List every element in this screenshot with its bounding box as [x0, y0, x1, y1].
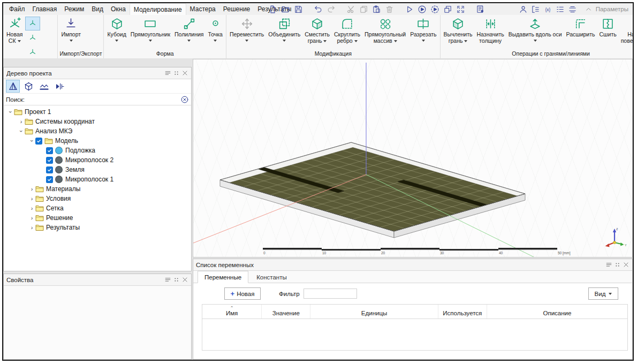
rectangle-button[interactable]: Прямоугольник: [128, 16, 172, 42]
tree-node-0[interactable]: ›Проект 1: [4, 107, 191, 117]
menu-item-3[interactable]: Вид: [88, 3, 107, 15]
redo-icon[interactable]: [327, 5, 336, 14]
tree-node-12[interactable]: ›Результаты: [4, 223, 191, 232]
duplicate-icon[interactable]: [443, 5, 452, 14]
chevron-up-icon[interactable]: [585, 5, 593, 13]
rect-array-button[interactable]: Прямоугольныймассив: [362, 16, 408, 44]
panel-dots-icon[interactable]: [614, 261, 621, 268]
search-input[interactable]: [27, 95, 180, 104]
column-header-4[interactable]: Описание: [487, 305, 627, 318]
run-icon[interactable]: [405, 5, 414, 14]
viewport-3d[interactable]: 01020304050 [mm] Z Y: [193, 59, 633, 257]
offset-face-button[interactable]: Сместитьгрань: [302, 16, 332, 44]
cuboid-button[interactable]: Кубоид: [105, 16, 128, 42]
expand-arrow-icon[interactable]: ›: [17, 128, 26, 135]
tree-node-11[interactable]: ›Решение: [4, 213, 191, 223]
visibility-checkbox[interactable]: [46, 166, 53, 173]
filter-input[interactable]: [304, 289, 357, 299]
panel-menu-icon[interactable]: [164, 70, 171, 77]
point-button[interactable]: Точка: [206, 16, 225, 42]
expand-arrow-icon[interactable]: ›: [28, 194, 35, 203]
column-header-2[interactable]: Единицы: [310, 305, 438, 318]
polyline-button[interactable]: Полилиния: [172, 16, 206, 42]
tab-1[interactable]: Константы: [249, 271, 294, 283]
expand-button[interactable]: Расширить: [564, 16, 597, 38]
tree-node-3[interactable]: ›Модель: [4, 136, 191, 146]
menu-item-6[interactable]: Мастера: [186, 3, 219, 15]
new-variable-button[interactable]: + Новая: [224, 287, 261, 300]
extrude-button[interactable]: Выдавить вдоль оси: [506, 16, 564, 42]
tree-node-10[interactable]: ›Сетка: [4, 203, 191, 213]
cs-variant-button-2[interactable]: [25, 46, 40, 59]
panel-dots-icon[interactable]: [173, 70, 180, 77]
visibility-checkbox[interactable]: [46, 147, 53, 154]
tree-node-9[interactable]: ›Условия: [4, 194, 191, 203]
expand-arrow-icon[interactable]: ›: [6, 109, 16, 116]
open-folder-icon[interactable]: [281, 5, 290, 14]
stitch-button[interactable]: Сшить: [597, 16, 619, 38]
expand-arrow-icon[interactable]: ›: [27, 138, 37, 145]
menu-item-1[interactable]: Главная: [29, 3, 61, 15]
column-header-1[interactable]: Значение: [262, 305, 310, 318]
tree-node-7[interactable]: Микрополосок 1: [4, 175, 191, 184]
menu-item-7[interactable]: Решение: [219, 3, 254, 15]
visibility-checkbox[interactable]: [46, 157, 53, 164]
tree-node-1[interactable]: ›Системы координат: [4, 117, 191, 126]
cut-icon[interactable]: [346, 5, 355, 14]
user-icon[interactable]: [519, 5, 528, 14]
excitation-view-button[interactable]: [37, 80, 51, 93]
tree-list-icon[interactable]: [531, 5, 540, 14]
report-icon[interactable]: [476, 5, 485, 14]
panel-close-icon[interactable]: [623, 261, 630, 268]
fem-analysis-button[interactable]: [6, 80, 20, 93]
run-dashed-icon[interactable]: [430, 5, 439, 14]
new-file-icon[interactable]: [268, 5, 277, 14]
mesh-view-button[interactable]: [21, 80, 35, 93]
visibility-checkbox[interactable]: [46, 176, 53, 183]
cs-variant-button-0[interactable]: [25, 17, 40, 31]
expand-arrow-icon[interactable]: ›: [28, 223, 35, 232]
panel-close-icon[interactable]: [181, 276, 188, 283]
tree-node-2[interactable]: ›Анализ МКЭ: [4, 126, 191, 136]
panel-dots-icon[interactable]: [173, 276, 180, 283]
move-button[interactable]: Переместить: [228, 16, 266, 42]
copy-icon[interactable]: [359, 5, 368, 14]
cs-variant-button-1[interactable]: [25, 31, 40, 45]
menu-item-4[interactable]: Окна: [107, 3, 130, 15]
view-dropdown-button[interactable]: Вид: [588, 287, 618, 300]
panel-close-icon[interactable]: [181, 70, 188, 77]
port-view-button[interactable]: [52, 80, 66, 93]
tree-node-4[interactable]: Подложка: [4, 146, 191, 155]
expand-arrow-icon[interactable]: ›: [28, 213, 35, 223]
menu-item-5[interactable]: Моделирование: [130, 3, 186, 15]
panel-menu-icon[interactable]: [164, 276, 171, 283]
menu-item-2[interactable]: Режим: [60, 3, 88, 15]
expand-arrow-icon[interactable]: ›: [28, 203, 35, 213]
panel-menu-icon[interactable]: [605, 261, 612, 268]
run-circle-icon[interactable]: [418, 5, 427, 14]
expand-arrow-icon[interactable]: ›: [18, 117, 25, 126]
expand-arrow-icon[interactable]: ›: [28, 184, 35, 194]
fillet-button[interactable]: Скруглитьребро: [332, 16, 362, 44]
column-header-0[interactable]: ⌃Имя: [202, 305, 262, 318]
extract-face-button[interactable]: Вычленитьгрань: [442, 16, 475, 44]
variables-table-body[interactable]: [202, 319, 627, 350]
tree-node-8[interactable]: ›Материалы: [4, 184, 191, 194]
tree-node-6[interactable]: Земля: [4, 165, 191, 175]
fullscreen-icon[interactable]: [456, 5, 465, 14]
tree-node-5[interactable]: Микрополосок 2: [4, 155, 191, 165]
columns-icon[interactable]: [568, 5, 577, 14]
list-icon[interactable]: [556, 5, 565, 14]
new-cs-button[interactable]: НоваяСК: [4, 16, 25, 44]
variables-x-icon[interactable]: {x}: [543, 5, 552, 14]
thickness-button[interactable]: Назначитьтолщину: [475, 16, 506, 44]
search-clear-icon[interactable]: [180, 95, 189, 104]
union-button[interactable]: Объединить: [266, 16, 302, 42]
undo-icon[interactable]: [314, 5, 323, 14]
surface-button[interactable]: Натянутьповерхность: [619, 16, 633, 44]
split-button[interactable]: Разрезать: [408, 16, 438, 42]
trash-icon[interactable]: [385, 5, 394, 14]
menu-item-0[interactable]: Файл: [5, 3, 29, 15]
import-button[interactable]: Импорт: [59, 16, 83, 42]
save-icon[interactable]: [294, 5, 303, 14]
